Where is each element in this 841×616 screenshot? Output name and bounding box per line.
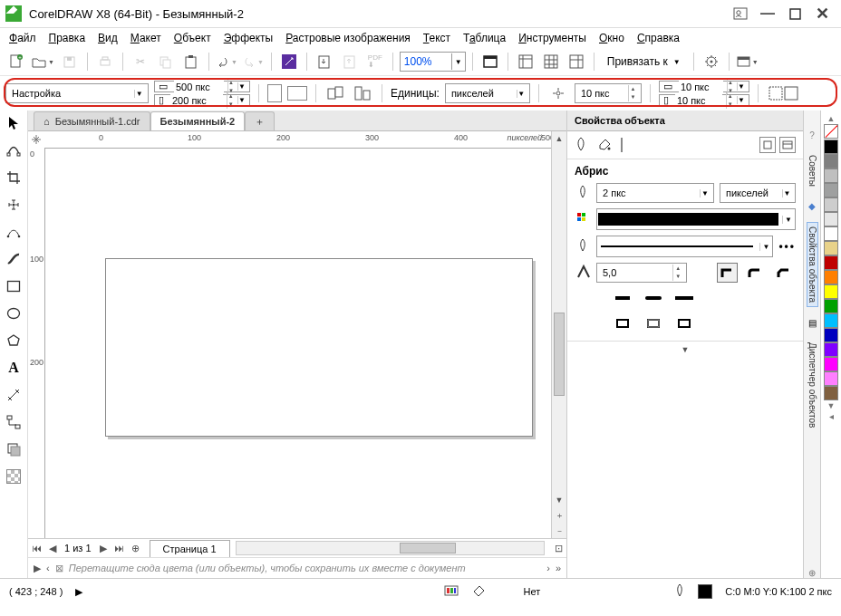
crop-tool[interactable] bbox=[5, 168, 23, 187]
outline-units-combo[interactable]: ▼ bbox=[720, 183, 796, 203]
artistic-media-tool[interactable] bbox=[5, 250, 23, 268]
cap-square-button[interactable] bbox=[672, 288, 696, 308]
maximize-button[interactable] bbox=[781, 4, 808, 24]
rectangle-tool[interactable] bbox=[5, 277, 23, 295]
scroll-up-icon[interactable]: ▲ bbox=[552, 131, 566, 146]
import-button[interactable] bbox=[314, 51, 335, 72]
pos-inside-button[interactable] bbox=[672, 313, 696, 333]
portrait-button[interactable] bbox=[267, 84, 282, 102]
diamond-icon[interactable]: ◆ bbox=[808, 201, 816, 211]
swatch[interactable] bbox=[824, 284, 838, 299]
landscape-button[interactable] bbox=[287, 86, 307, 101]
minimize-button[interactable]: — bbox=[754, 4, 781, 24]
new-tab-button[interactable]: ＋ bbox=[245, 111, 275, 130]
menu-object[interactable]: Объект bbox=[174, 32, 211, 44]
menu-layout[interactable]: Макет bbox=[130, 32, 161, 44]
show-grid-button[interactable] bbox=[540, 51, 562, 72]
tab-doc-2[interactable]: Безымянный-2 bbox=[150, 111, 246, 130]
status-next-icon[interactable]: ▶ bbox=[75, 586, 82, 598]
swatch[interactable] bbox=[824, 212, 838, 226]
swatch[interactable] bbox=[824, 386, 838, 400]
cap-flat-button[interactable] bbox=[611, 288, 634, 308]
more-styles-button[interactable]: ••• bbox=[778, 240, 796, 253]
pos-outside-button[interactable] bbox=[611, 313, 634, 333]
fullscreen-button[interactable] bbox=[479, 51, 501, 72]
add-page-button[interactable]: ⊕ bbox=[128, 543, 144, 554]
pick-tool[interactable] bbox=[5, 114, 23, 132]
paste-button[interactable] bbox=[180, 51, 202, 72]
dup-x-field[interactable]: ▭ ▲▼▼ bbox=[659, 81, 749, 92]
text-tool[interactable]: A bbox=[5, 359, 23, 377]
undo-button[interactable]: ▼ bbox=[216, 51, 238, 72]
swatch[interactable] bbox=[824, 328, 838, 342]
page-height-input[interactable] bbox=[170, 92, 223, 109]
ruler-origin-icon[interactable] bbox=[28, 131, 45, 149]
palette-prev-icon[interactable]: ▶ bbox=[34, 563, 41, 574]
show-rulers-button[interactable] bbox=[515, 51, 536, 72]
transparency-tool[interactable] bbox=[5, 467, 23, 486]
palette-expand-icon[interactable]: » bbox=[556, 563, 561, 573]
swatch[interactable] bbox=[824, 168, 838, 183]
ruler-vertical[interactable]: 0 100 200 bbox=[28, 148, 45, 538]
expand-section-button[interactable]: ▼ bbox=[567, 341, 803, 358]
corner-bevel-button[interactable] bbox=[772, 263, 796, 283]
first-page-button[interactable]: ⏮ bbox=[28, 543, 44, 553]
zoom-out-icon[interactable]: － bbox=[552, 524, 566, 538]
menu-bitmap[interactable]: Растровые изображения bbox=[285, 32, 411, 44]
drawing-canvas[interactable]: 0 100 200 300 400 500 пикселей 0 100 200 bbox=[28, 131, 551, 538]
menu-text[interactable]: Текст bbox=[423, 32, 450, 44]
connector-tool[interactable] bbox=[5, 413, 23, 431]
page-preset-input[interactable] bbox=[10, 85, 130, 101]
units-combo[interactable]: ▼ bbox=[445, 83, 530, 103]
show-guidelines-button[interactable] bbox=[566, 51, 587, 72]
ellipse-tool[interactable] bbox=[5, 304, 23, 322]
save-button[interactable] bbox=[59, 51, 81, 72]
dup-y-input[interactable] bbox=[675, 92, 723, 109]
menu-tools[interactable]: Инструменты bbox=[518, 32, 586, 44]
vertical-scrollbar[interactable]: ▲ ▼ ＋ － bbox=[551, 131, 566, 538]
fill-tab-icon[interactable] bbox=[597, 137, 612, 154]
scroll-mode-icon[interactable] bbox=[759, 137, 776, 153]
swatch[interactable] bbox=[824, 255, 838, 270]
options-gear-button[interactable] bbox=[701, 51, 722, 72]
last-page-button[interactable]: ⏭ bbox=[111, 543, 128, 553]
menu-edit[interactable]: Правка bbox=[49, 32, 86, 44]
corner-round-button[interactable] bbox=[743, 263, 767, 283]
scroll-thumb[interactable] bbox=[554, 313, 565, 396]
pos-center-button[interactable] bbox=[642, 313, 665, 333]
polygon-tool[interactable] bbox=[5, 332, 23, 350]
scroll-down-icon[interactable]: ▼ bbox=[552, 493, 566, 507]
close-button[interactable]: ✕ bbox=[808, 4, 836, 24]
new-button[interactable]: + bbox=[5, 51, 27, 72]
outline-width-combo[interactable]: ▼ bbox=[596, 183, 714, 203]
layers-icon[interactable]: ▤ bbox=[808, 318, 817, 328]
outline-tab-icon[interactable] bbox=[575, 136, 588, 155]
redo-button[interactable]: ▼ bbox=[242, 51, 265, 72]
menu-help[interactable]: Справка bbox=[637, 32, 680, 44]
page-tab[interactable]: Страница 1 bbox=[150, 540, 230, 557]
search-content-button[interactable] bbox=[278, 51, 300, 72]
swatch[interactable] bbox=[824, 313, 838, 328]
no-fill-icon[interactable]: ⊠ bbox=[55, 563, 63, 574]
tab-doc-1[interactable]: ⌂Безымянный-1.cdr bbox=[34, 111, 150, 130]
prev-page-button[interactable]: ◀ bbox=[44, 543, 61, 554]
swatch[interactable] bbox=[824, 183, 838, 197]
side-tab-hints[interactable]: Советы bbox=[807, 151, 817, 190]
nudge-field[interactable]: ▲▼ bbox=[575, 83, 642, 103]
zoom-pan-tool[interactable] bbox=[5, 196, 23, 214]
swatch-none[interactable] bbox=[824, 124, 838, 139]
menu-window[interactable]: Окно bbox=[599, 32, 624, 44]
magnet-icon[interactable]: ⊕ bbox=[808, 568, 816, 578]
line-style-combo[interactable]: ▼ bbox=[596, 236, 773, 257]
treat-as-filled-button[interactable] bbox=[767, 82, 799, 104]
zoom-dropdown-icon[interactable]: ▼ bbox=[451, 53, 465, 70]
open-button[interactable]: ▼ bbox=[31, 51, 55, 72]
next-page-button[interactable]: ▶ bbox=[95, 543, 111, 554]
nudge-input[interactable] bbox=[579, 85, 624, 101]
palette-down-icon[interactable]: ▼ bbox=[827, 401, 836, 410]
menu-table[interactable]: Таблица bbox=[463, 32, 506, 44]
cut-button[interactable]: ✂ bbox=[130, 51, 151, 72]
account-icon[interactable] bbox=[727, 4, 754, 24]
parallel-dim-tool[interactable] bbox=[5, 386, 23, 404]
horizontal-scrollbar[interactable] bbox=[236, 541, 545, 555]
